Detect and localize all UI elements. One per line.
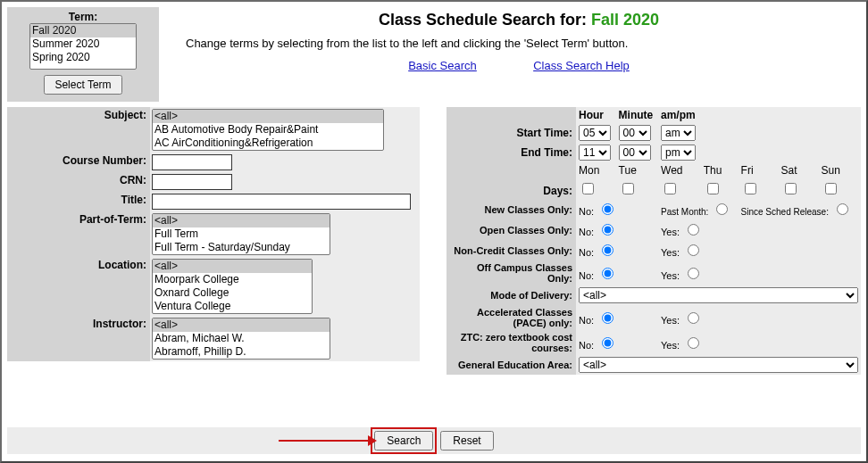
- reset-button[interactable]: Reset: [440, 431, 493, 451]
- day-fri-checkbox[interactable]: [745, 183, 756, 194]
- ge-select[interactable]: <all>: [579, 357, 858, 373]
- course-number-label: Course Number:: [7, 153, 150, 172]
- hour-header: Hour: [576, 107, 616, 123]
- open-classes-no-radio[interactable]: [602, 224, 613, 236]
- instructor-option[interactable]: Abramoff, Phillip D.: [153, 345, 330, 359]
- start-ampm-select[interactable]: am: [661, 125, 696, 141]
- term-option[interactable]: Fall 2020: [30, 24, 136, 37]
- pace-yes-radio[interactable]: [688, 312, 699, 324]
- offcampus-label: Off Campus Classes Only:: [447, 260, 576, 285]
- since-release-label: Since Sched Release:: [741, 207, 829, 217]
- instructor-option[interactable]: Abram, Michael W.: [153, 332, 330, 345]
- pot-option[interactable]: <all>: [153, 214, 330, 227]
- ge-label: General Education Area:: [447, 355, 576, 375]
- day-thu-label: Thu: [701, 162, 739, 178]
- term-option[interactable]: Spring 2020: [30, 51, 136, 64]
- day-tue-checkbox[interactable]: [622, 183, 634, 194]
- day-tue-label: Tue: [616, 162, 658, 178]
- day-sat-label: Sat: [779, 162, 819, 178]
- start-minute-select[interactable]: 00: [619, 125, 651, 141]
- class-schedule-search-form: Term: Fall 2020 Summer 2020 Spring 2020 …: [0, 0, 868, 463]
- new-classes-label: New Classes Only:: [447, 199, 576, 219]
- open-classes-label: Open Classes Only:: [447, 219, 576, 240]
- location-option[interactable]: Oxnard College: [153, 286, 312, 300]
- days-label: Days:: [447, 162, 576, 199]
- term-panel: Term: Fall 2020 Summer 2020 Spring 2020 …: [7, 7, 159, 102]
- day-sat-checkbox[interactable]: [785, 183, 797, 194]
- subject-option[interactable]: <all>: [153, 110, 383, 123]
- end-hour-select[interactable]: 11: [579, 145, 611, 161]
- crn-label: CRN:: [7, 172, 150, 192]
- end-time-label: End Time:: [447, 143, 576, 162]
- no-label: No:: [579, 206, 594, 217]
- search-button[interactable]: Search: [374, 431, 433, 451]
- subject-label: Subject:: [7, 107, 150, 153]
- end-minute-select[interactable]: 00: [619, 145, 651, 161]
- start-hour-select[interactable]: 05: [579, 125, 611, 141]
- part-of-term-label: Part-of-Term:: [7, 211, 150, 257]
- mode-label: Mode of Delivery:: [447, 285, 576, 305]
- title-prefix: Class Schedule Search for:: [379, 11, 591, 29]
- day-mon-checkbox[interactable]: [582, 183, 594, 194]
- day-sun-checkbox[interactable]: [825, 183, 837, 194]
- pot-option[interactable]: Full Term - Saturday/Sunday: [153, 241, 330, 254]
- pace-no-radio[interactable]: [602, 312, 613, 324]
- select-term-button[interactable]: Select Term: [44, 75, 121, 95]
- instructor-select[interactable]: <all> Abram, Michael W. Abramoff, Philli…: [152, 318, 330, 360]
- location-label: Location:: [7, 257, 150, 316]
- course-number-input[interactable]: [152, 154, 232, 170]
- noncredit-yes-radio[interactable]: [688, 244, 699, 256]
- location-option[interactable]: Moorpark College: [153, 273, 312, 286]
- day-mon-label: Mon: [576, 162, 616, 178]
- term-option[interactable]: Summer 2020: [30, 37, 136, 51]
- new-classes-no-radio[interactable]: [602, 203, 613, 215]
- ztc-no-radio[interactable]: [602, 337, 613, 349]
- new-classes-pastmonth-radio[interactable]: [716, 203, 728, 215]
- offcampus-no-radio[interactable]: [602, 268, 613, 279]
- past-month-label: Past Month:: [661, 207, 708, 217]
- noncredit-no-radio[interactable]: [602, 244, 613, 256]
- subject-option[interactable]: AB Automotive Body Repair&Paint: [153, 123, 383, 136]
- noncredit-label: Non-Credit Classes Only:: [447, 240, 576, 260]
- day-wed-label: Wed: [658, 162, 701, 178]
- location-option[interactable]: <all>: [153, 260, 312, 273]
- pot-option[interactable]: Full Term: [153, 227, 330, 241]
- minute-header: Minute: [616, 107, 658, 123]
- term-select[interactable]: Fall 2020 Summer 2020 Spring 2020: [29, 23, 137, 70]
- ztc-label: ZTC: zero textbook cost courses:: [447, 330, 576, 355]
- open-classes-yes-radio[interactable]: [688, 224, 699, 236]
- basic-search-link[interactable]: Basic Search: [408, 59, 477, 72]
- location-select[interactable]: <all> Moorpark College Oxnard College Ve…: [152, 259, 313, 314]
- term-label: Term:: [14, 11, 152, 23]
- offcampus-yes-radio[interactable]: [688, 268, 699, 279]
- title-label: Title:: [7, 192, 150, 211]
- subject-option[interactable]: AC AirConditioning&Refrigeration: [153, 136, 383, 150]
- instructor-label: Instructor:: [7, 316, 150, 361]
- help-link[interactable]: Class Search Help: [533, 59, 630, 72]
- start-time-label: Start Time:: [447, 123, 576, 143]
- pace-label: Accelerated Classes (PACE) only:: [447, 305, 576, 330]
- page-title: Class Schedule Search for: Fall 2020: [186, 11, 852, 29]
- location-option[interactable]: Ventura College: [153, 300, 312, 313]
- day-fri-label: Fri: [739, 162, 779, 178]
- footer-bar: Search Reset: [7, 427, 861, 454]
- ztc-yes-radio[interactable]: [688, 337, 699, 349]
- day-wed-checkbox[interactable]: [664, 183, 676, 194]
- ampm-header: am/pm: [658, 107, 861, 123]
- instructor-option[interactable]: <all>: [153, 318, 330, 332]
- part-of-term-select[interactable]: <all> Full Term Full Term - Saturday/Sun…: [152, 213, 330, 255]
- page-instructions: Change terms by selecting from the list …: [186, 37, 852, 50]
- mode-select[interactable]: <all>: [579, 287, 858, 303]
- day-sun-label: Sun: [819, 162, 861, 178]
- end-ampm-select[interactable]: pm: [661, 145, 696, 161]
- subject-select[interactable]: <all> AB Automotive Body Repair&Paint AC…: [152, 109, 384, 151]
- crn-input[interactable]: [152, 174, 232, 190]
- day-thu-checkbox[interactable]: [707, 183, 719, 194]
- title-input[interactable]: [152, 194, 411, 210]
- title-term: Fall 2020: [591, 11, 659, 29]
- new-classes-sincerelease-radio[interactable]: [837, 203, 848, 215]
